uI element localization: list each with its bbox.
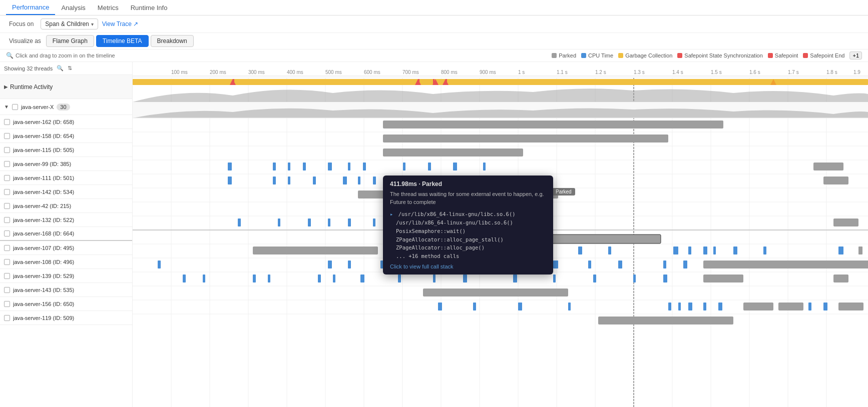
- svg-rect-81: [273, 176, 276, 184]
- thread-count-badge: 30: [57, 104, 70, 110]
- svg-rect-83: [313, 176, 316, 184]
- thread-row: java-server-139 (ID: 529): [0, 269, 132, 283]
- svg-rect-158: [678, 302, 681, 310]
- svg-rect-147: [593, 274, 596, 282]
- svg-rect-142: [398, 274, 401, 282]
- thread-name-6: java-server-42 (ID: 215): [13, 203, 71, 209]
- svg-rect-72: [328, 162, 332, 170]
- svg-text:1.4 s: 1.4 s: [672, 70, 683, 75]
- svg-rect-79: [813, 162, 843, 170]
- nav-performance[interactable]: Performance: [6, 0, 55, 15]
- search-icon[interactable]: 🔍: [57, 65, 64, 72]
- thread-row: java-server-119 (ID: 509): [0, 311, 132, 325]
- thread-checkbox-6[interactable]: [4, 203, 10, 209]
- thread-row: java-server-142 (ID: 534): [0, 185, 132, 199]
- thread-checkbox-9[interactable]: [4, 245, 10, 251]
- focus-value: Span & Children: [45, 20, 89, 28]
- svg-rect-163: [778, 302, 803, 310]
- view-trace-link[interactable]: View Trace ↗: [102, 20, 138, 28]
- svg-text:1.9: 1.9: [853, 70, 860, 75]
- svg-rect-134: [703, 260, 868, 268]
- safepoint-sync-label: Safepoint State Synchronization: [684, 52, 763, 58]
- svg-rect-95: [308, 218, 311, 226]
- tooltip-call-stack-link[interactable]: Click to view full call stack: [390, 264, 546, 270]
- visualize-label: Visualize as: [6, 36, 44, 46]
- thread-checkbox-4[interactable]: [4, 175, 10, 181]
- svg-text:1.3 s: 1.3 s: [634, 70, 645, 75]
- svg-rect-145: [513, 274, 517, 282]
- svg-rect-135: [183, 274, 186, 282]
- timeline-scale: 100 ms 200 ms 300 ms 400 ms 500 ms 600 m…: [133, 62, 868, 78]
- svg-rect-150: [703, 274, 743, 282]
- svg-rect-117: [733, 246, 737, 254]
- nav-metrics[interactable]: Metrics: [92, 1, 125, 14]
- thread-name-9: java-server-107 (ID: 495): [13, 245, 74, 251]
- nav-analysis[interactable]: Analysis: [55, 1, 91, 14]
- svg-rect-111: [578, 246, 582, 254]
- thread-checkbox-7[interactable]: [4, 217, 10, 223]
- nav-runtime-info[interactable]: Runtime Info: [125, 1, 174, 14]
- thread-checkbox-5[interactable]: [4, 189, 10, 195]
- svg-rect-167: [598, 316, 733, 324]
- sort-icon[interactable]: ⇅: [68, 65, 72, 72]
- svg-rect-91: [823, 176, 848, 184]
- svg-rect-94: [278, 218, 280, 226]
- tab-breakdown[interactable]: Breakdown: [151, 35, 194, 47]
- stack-line-0: ▸ /usr/lib/x86_64-linux-gnu/libc.so.6(): [390, 210, 546, 218]
- svg-text:1 s: 1 s: [518, 70, 525, 75]
- safepoint-sync-color: [677, 53, 682, 58]
- svg-rect-119: [838, 246, 843, 254]
- svg-rect-67: [383, 148, 523, 156]
- svg-rect-115: [703, 246, 707, 254]
- tooltip-duration: 411.98ms: [390, 180, 417, 188]
- thread-name-5: java-server-142 (ID: 534): [13, 189, 74, 195]
- svg-rect-141: [360, 274, 364, 282]
- thread-checkbox-11[interactable]: [4, 273, 10, 279]
- svg-text:1.6 s: 1.6 s: [749, 70, 760, 75]
- svg-rect-140: [333, 274, 335, 282]
- thread-row: java-server-168 (ID: 664): [0, 227, 132, 241]
- stack-line-1: /usr/lib/x86_64-linux-gnu/libc.so.6(): [390, 218, 546, 227]
- thread-row: java-server-99 (ID: 385): [0, 157, 132, 171]
- runtime-expand-icon[interactable]: ▶: [4, 84, 8, 90]
- thread-checkbox-3[interactable]: [4, 161, 10, 167]
- thread-name-11: java-server-139 (ID: 529): [13, 273, 74, 279]
- svg-rect-70: [288, 162, 290, 170]
- thread-checkbox-10[interactable]: [4, 259, 10, 265]
- runtime-activity-row: ▶ Runtime Activity: [0, 75, 132, 99]
- group-checkbox[interactable]: [12, 104, 18, 110]
- legend-more-button[interactable]: +1: [849, 52, 862, 60]
- thread-checkbox-14[interactable]: [4, 315, 10, 321]
- svg-rect-80: [228, 176, 232, 184]
- svg-rect-164: [808, 302, 811, 310]
- svg-rect-157: [668, 302, 671, 310]
- tab-flame-graph[interactable]: Flame Graph: [46, 35, 94, 47]
- parked-color: [552, 53, 557, 58]
- thread-checkbox-12[interactable]: [4, 287, 10, 293]
- parked-state-badge: Parked: [552, 188, 575, 196]
- thread-checkbox-1[interactable]: [4, 133, 10, 139]
- svg-rect-161: [718, 302, 722, 310]
- timeline-content[interactable]: 411.98ms · Parked The thread was waiting…: [133, 78, 868, 407]
- thread-row: java-server-162 (ID: 658): [0, 115, 132, 129]
- stack-line-5: ... +16 method calls: [390, 252, 546, 260]
- stack-line-4: ZPageAllocator::alloc_page(): [390, 244, 546, 252]
- group-expand-icon[interactable]: ▼: [4, 104, 9, 110]
- svg-rect-162: [743, 302, 773, 310]
- thread-checkbox-8[interactable]: [4, 230, 10, 236]
- svg-text:1.7 s: 1.7 s: [788, 70, 799, 75]
- java-server-x-label: java-server-X: [21, 104, 54, 110]
- thread-checkbox-2[interactable]: [4, 147, 10, 153]
- stack-line-2: PosixSemaphore::wait(): [390, 227, 546, 236]
- thread-checkbox-13[interactable]: [4, 301, 10, 307]
- svg-rect-131: [618, 260, 622, 268]
- tab-timeline-beta[interactable]: Timeline BETA: [96, 35, 149, 47]
- search-zoom-icon: 🔍: [6, 52, 14, 59]
- timeline-area[interactable]: 100 ms 200 ms 300 ms 400 ms 500 ms 600 m…: [133, 62, 868, 407]
- svg-rect-146: [553, 274, 556, 282]
- svg-rect-74: [363, 162, 366, 170]
- thread-checkbox-0[interactable]: [4, 119, 10, 125]
- java-server-x-group: ▼ java-server-X 30: [0, 99, 132, 115]
- focus-dropdown[interactable]: Span & Children ▾: [41, 18, 98, 30]
- thread-tooltip[interactable]: 411.98ms · Parked The thread was waiting…: [383, 176, 553, 274]
